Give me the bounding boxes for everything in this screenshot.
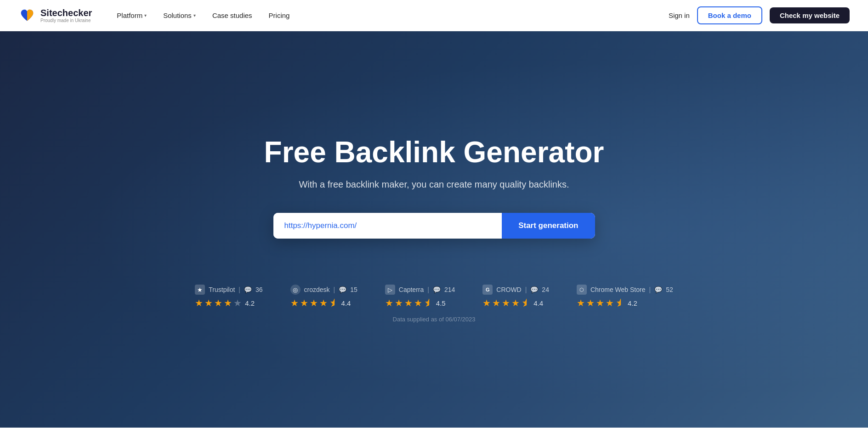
nav-item-case-studies[interactable]: Case studies — [206, 8, 259, 23]
search-form: Start generation — [273, 213, 595, 239]
star-icon: ★ — [290, 297, 299, 308]
chrome-icon: ⬡ — [577, 285, 587, 295]
star-icon: ★ — [502, 297, 510, 308]
chrome-label: Chrome Web Store — [590, 286, 646, 293]
crowd-count: 24 — [542, 286, 549, 293]
trustpilot-label: Trustpilot — [209, 286, 235, 293]
star-icon: ★ — [224, 297, 232, 308]
crowd-icon: G — [482, 285, 493, 295]
nav-item-pricing[interactable]: Pricing — [262, 8, 296, 23]
hero-subtitle: With a free backlink maker, you can crea… — [237, 179, 632, 190]
start-generation-button[interactable]: Start generation — [502, 213, 595, 239]
chrome-score: 4.2 — [628, 299, 637, 307]
hero-title: Free Backlink Generator — [237, 136, 632, 168]
star-icon: ★ — [511, 297, 520, 308]
star-icon: ★ — [195, 297, 203, 308]
crozdesk-icon: ◎ — [290, 285, 301, 295]
star-icon: ★ — [492, 297, 500, 308]
star-icon: ★ — [606, 297, 614, 308]
book-demo-button[interactable]: Book a demo — [697, 6, 762, 24]
star-icon: ★ — [319, 297, 328, 308]
chevron-down-icon: ▾ — [193, 13, 196, 18]
trustpilot-score: 4.2 — [245, 299, 255, 307]
star-half-icon: ⯨ — [424, 298, 433, 308]
star-icon: ★ — [482, 297, 491, 308]
rating-capterra: ▷ Capterra | 💬 214 ★ ★ ★ ★ ⯨ 4.5 — [385, 285, 455, 308]
rating-crowd: G CROWD | 💬 24 ★ ★ ★ ★ ⯨ 4.4 — [482, 285, 549, 308]
star-half-icon: ⯨ — [521, 298, 530, 308]
logo[interactable]: Sitechecker Proudly made in Ukraine — [18, 7, 92, 24]
star-icon: ★ — [395, 297, 403, 308]
logo-text: Sitechecker Proudly made in Ukraine — [40, 8, 92, 23]
star-icon: ★ — [300, 297, 308, 308]
data-note: Data supplied as of 06/07/2023 — [393, 316, 476, 323]
check-website-button[interactable]: Check my website — [770, 7, 850, 23]
rating-trustpilot: ★ Trustpilot | 💬 36 ★ ★ ★ ★ ★ 4.2 — [195, 285, 262, 308]
chevron-down-icon: ▾ — [144, 13, 147, 18]
chat-icon: 💬 — [530, 286, 538, 293]
star-icon: ★ — [596, 297, 604, 308]
capterra-icon: ▷ — [385, 285, 395, 295]
chat-icon: 💬 — [244, 286, 252, 293]
nav-links: Platform ▾ Solutions ▾ Case studies Pric… — [110, 8, 669, 23]
star-half-icon: ⯨ — [615, 298, 624, 308]
chat-icon: 💬 — [433, 286, 441, 293]
capterra-label: Capterra — [399, 286, 424, 293]
star-icon: ★ — [310, 297, 318, 308]
trustpilot-count: 36 — [255, 286, 263, 293]
navbar: Sitechecker Proudly made in Ukraine Plat… — [0, 0, 868, 31]
star-icon: ★ — [586, 297, 595, 308]
url-input[interactable] — [273, 213, 502, 239]
star-half-icon: ⯨ — [329, 298, 338, 308]
hero-section: Free Backlink Generator With a free back… — [0, 31, 868, 428]
capterra-score: 4.5 — [436, 299, 446, 307]
star-icon: ★ — [385, 297, 393, 308]
star-icon: ★ — [577, 297, 585, 308]
signin-link[interactable]: Sign in — [669, 11, 690, 19]
chat-icon: 💬 — [339, 286, 346, 293]
star-empty-icon: ★ — [233, 297, 242, 308]
nav-item-solutions[interactable]: Solutions ▾ — [157, 8, 202, 23]
crozdesk-score: 4.4 — [341, 299, 351, 307]
crowd-label: CROWD — [496, 286, 521, 293]
crozdesk-count: 15 — [350, 286, 357, 293]
chrome-count: 52 — [666, 286, 673, 293]
star-icon: ★ — [204, 297, 213, 308]
chat-icon: 💬 — [654, 286, 662, 293]
crowd-score: 4.4 — [533, 299, 543, 307]
nav-actions: Sign in Book a demo Check my website — [669, 6, 850, 24]
capterra-count: 214 — [444, 286, 455, 293]
hero-content: Free Backlink Generator With a free back… — [227, 136, 641, 239]
crozdesk-label: crozdesk — [304, 286, 330, 293]
trustpilot-icon: ★ — [195, 285, 205, 295]
nav-item-platform[interactable]: Platform ▾ — [110, 8, 153, 23]
star-icon: ★ — [404, 297, 413, 308]
ratings-section: ★ Trustpilot | 💬 36 ★ ★ ★ ★ ★ 4.2 ◎ croz… — [195, 285, 673, 308]
star-icon: ★ — [214, 297, 222, 308]
logo-icon — [18, 7, 36, 24]
star-icon: ★ — [414, 297, 422, 308]
rating-chrome: ⬡ Chrome Web Store | 💬 52 ★ ★ ★ ★ ⯨ 4.2 — [577, 285, 673, 308]
rating-crozdesk: ◎ crozdesk | 💬 15 ★ ★ ★ ★ ⯨ 4.4 — [290, 285, 357, 308]
